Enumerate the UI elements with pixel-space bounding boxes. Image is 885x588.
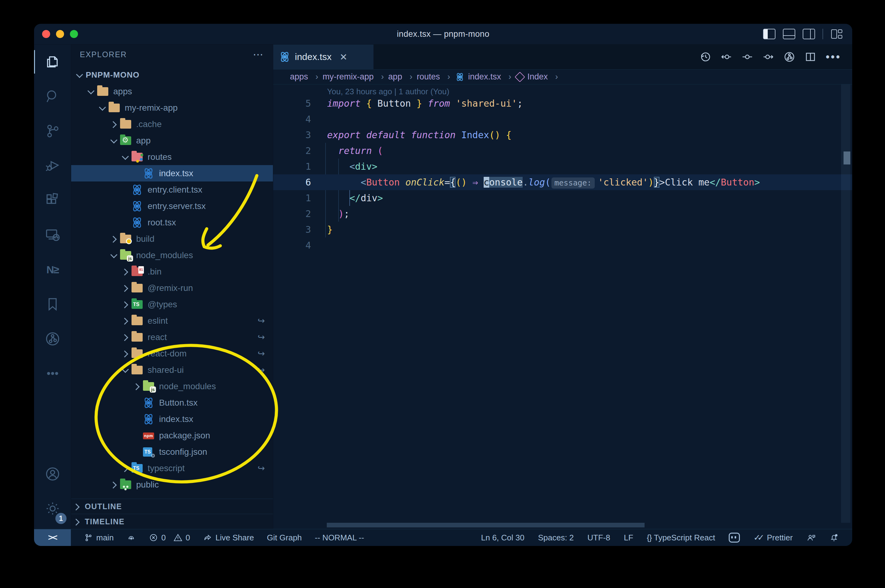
prettier-status[interactable]: ✓✓ Prettier <box>754 532 793 543</box>
open-change-icon[interactable] <box>741 51 753 63</box>
next-change-icon[interactable] <box>763 51 774 63</box>
code-line[interactable]: 6 <Button onClick={() ⇒ console.log(mess… <box>273 174 852 190</box>
person-feedback-icon[interactable] <box>807 533 816 542</box>
live-share-button[interactable]: Live Share <box>203 533 254 543</box>
tree-row[interactable]: typescript ↪ <box>71 460 273 476</box>
tree-row[interactable]: @types <box>71 296 273 312</box>
tree-row[interactable]: root.tsx <box>71 214 273 231</box>
line-number[interactable]: 4 <box>273 111 311 127</box>
breadcrumb-item[interactable]: app › <box>388 72 417 82</box>
tree-row[interactable]: public <box>71 476 273 493</box>
tree-row[interactable]: shared-ui ↪ <box>71 362 273 378</box>
language-mode[interactable]: { } TypeScript React <box>647 533 715 543</box>
tree-row[interactable]: entry.client.tsx <box>71 182 273 198</box>
source-control-icon[interactable] <box>34 114 71 148</box>
sync-changes-icon[interactable] <box>126 533 136 542</box>
code-line[interactable]: 4 <box>273 237 852 253</box>
cursor-position[interactable]: Ln 6, Col 30 <box>481 533 524 543</box>
tree-row[interactable]: app <box>71 132 273 149</box>
close-tab-icon[interactable]: ✕ <box>339 52 347 63</box>
run-and-debug-icon[interactable] <box>34 148 71 183</box>
code-line[interactable]: 5 import { Button } from 'shared-ui'; <box>273 96 852 111</box>
split-editor-icon[interactable] <box>805 51 816 63</box>
tree-row[interactable]: package.json <box>71 427 273 444</box>
breadcrumb-item[interactable]: apps › <box>290 72 323 82</box>
tree-row[interactable]: tsconfig.json <box>71 444 273 460</box>
problems-status[interactable]: 0 0 <box>149 533 190 543</box>
code-line[interactable]: 1 </div> <box>273 190 852 206</box>
code-line[interactable]: 2 ); <box>273 206 852 222</box>
code-line[interactable]: 4 <box>273 111 852 127</box>
toggle-secondary-sidebar-icon[interactable] <box>803 29 815 39</box>
code-line[interactable]: 3 export default function Index() { <box>273 127 852 143</box>
line-number[interactable]: 3 <box>273 127 311 143</box>
code-area[interactable]: You, 23 hours ago | 1 author (You) 5 imp… <box>273 84 852 529</box>
tree-row[interactable]: index.tsx <box>71 165 273 182</box>
title-bar[interactable]: index.tsx — pnpm-mono <box>34 24 852 45</box>
explorer-icon[interactable] <box>34 45 71 79</box>
git-graph-icon[interactable] <box>34 321 71 356</box>
line-number[interactable]: 1 <box>273 190 311 206</box>
line-number[interactable]: 5 <box>273 96 311 111</box>
tree-row[interactable]: node_modules <box>71 247 273 263</box>
tree-row[interactable]: react-dom ↪ <box>71 345 273 362</box>
line-number[interactable]: 4 <box>273 237 311 253</box>
tree-row[interactable]: index.tsx <box>71 411 273 427</box>
nx-console-icon[interactable]: N≥ <box>34 252 71 287</box>
vertical-scrollbar[interactable] <box>841 84 850 523</box>
tree-row[interactable]: apps <box>71 83 273 99</box>
tree-row[interactable]: build <box>71 231 273 247</box>
tree-row[interactable]: .bin <box>71 263 273 280</box>
line-number[interactable]: 3 <box>273 222 311 237</box>
bookmarks-icon[interactable] <box>34 287 71 321</box>
timeline-section[interactable]: TIMELINE <box>71 514 273 529</box>
previous-change-icon[interactable] <box>720 51 732 63</box>
horizontal-scrollbar[interactable] <box>327 523 644 527</box>
tree-row[interactable]: eslint ↪ <box>71 312 273 329</box>
more-editor-actions-icon[interactable]: ••• <box>826 50 841 63</box>
line-number[interactable]: 6 <box>273 174 311 190</box>
remote-indicator[interactable]: >< <box>34 529 71 546</box>
tree-row[interactable]: Button.tsx <box>71 394 273 411</box>
tree-row[interactable]: node_modules <box>71 378 273 394</box>
tree-row[interactable]: entry.server.tsx <box>71 198 273 214</box>
breadcrumb-item[interactable]: Index › <box>516 72 562 82</box>
tree-row[interactable]: PNPM-MONO <box>71 67 273 83</box>
eol-setting[interactable]: LF <box>624 533 633 543</box>
toggle-panel-icon[interactable] <box>783 29 795 39</box>
breadcrumb-item[interactable]: my-remix-app › <box>323 72 388 82</box>
tree-row[interactable]: my-remix-app <box>71 99 273 116</box>
encoding-setting[interactable]: UTF-8 <box>587 533 610 543</box>
remote-explorer-icon[interactable] <box>34 218 71 252</box>
line-number[interactable]: 2 <box>273 143 311 159</box>
copilot-icon[interactable] <box>729 532 740 543</box>
tree-row[interactable]: @remix-run <box>71 280 273 296</box>
git-graph-action-icon[interactable] <box>784 51 795 63</box>
line-number[interactable]: 1 <box>273 159 311 174</box>
tree-row[interactable]: routes <box>71 149 273 165</box>
tree-row[interactable]: .cache <box>71 116 273 132</box>
git-graph-button[interactable]: Git Graph <box>267 533 302 543</box>
indentation-setting[interactable]: Spaces: 2 <box>538 533 574 543</box>
code-line[interactable]: 2 return ( <box>273 143 852 159</box>
git-branch-status[interactable]: main <box>84 533 114 543</box>
more-views-icon[interactable] <box>34 356 71 391</box>
local-history-icon[interactable] <box>699 51 711 63</box>
toggle-primary-sidebar-icon[interactable] <box>763 29 775 39</box>
account-icon[interactable] <box>34 457 71 491</box>
code-line[interactable]: 3 } <box>273 222 852 237</box>
tab-index-tsx[interactable]: index.tsx ✕ <box>273 45 374 69</box>
vim-mode-indicator[interactable]: -- NORMAL -- <box>315 533 364 543</box>
extensions-icon[interactable] <box>34 183 71 218</box>
tree-row[interactable]: react ↪ <box>71 329 273 345</box>
bell-dot-icon[interactable] <box>829 533 838 542</box>
line-number[interactable]: 2 <box>273 206 311 222</box>
code-line[interactable]: 1 <div> <box>273 159 852 174</box>
breadcrumb-item[interactable]: routes › <box>417 72 455 82</box>
settings-gear-icon[interactable]: 1 <box>34 491 71 526</box>
customize-layout-icon[interactable] <box>831 29 843 39</box>
outline-section[interactable]: OUTLINE <box>71 499 273 514</box>
breadcrumb-item[interactable]: index.tsx › <box>455 72 516 82</box>
search-icon[interactable] <box>34 79 71 114</box>
explorer-more-actions-icon[interactable]: ⋯ <box>253 48 264 61</box>
